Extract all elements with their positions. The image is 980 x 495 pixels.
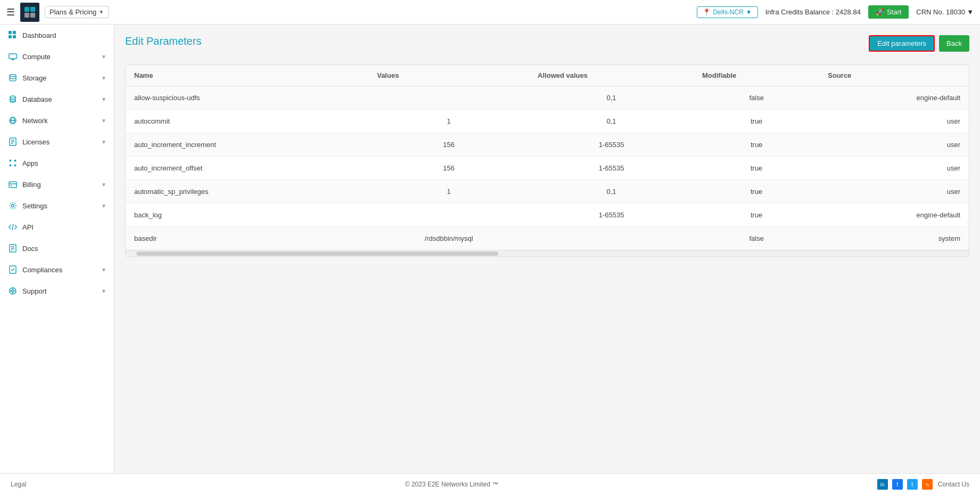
sidebar-label-network: Network [22, 117, 101, 125]
svg-rect-3 [30, 13, 35, 18]
cell-modifiable: false [694, 86, 819, 110]
rocket-icon: 🚀 [876, 8, 884, 16]
sidebar-item-storage[interactable]: Storage ▼ [0, 67, 114, 88]
cell-values: 156 [368, 157, 529, 180]
horizontal-scrollbar[interactable] [126, 250, 969, 256]
sidebar-label-billing: Billing [22, 181, 101, 189]
svg-point-21 [14, 160, 17, 162]
cell-values: 1 [368, 110, 529, 133]
docs-icon [7, 243, 18, 254]
cell-allowed-values: 0,1 [529, 86, 694, 110]
table-row: allow-suspicious-udfs 0,1 false engine-d… [126, 86, 969, 110]
table-row: basedir /rdsdbbin/mysql false system [126, 227, 969, 250]
network-icon [7, 115, 18, 126]
region-selector[interactable]: 📍 Delhi-NCR ▼ [697, 6, 757, 18]
start-button[interactable]: 🚀 Start [868, 5, 909, 19]
licenses-icon [7, 136, 18, 147]
col-source: Source [819, 65, 969, 86]
chevron-down-icon: ▼ [98, 9, 104, 15]
cell-name: auto_increment_increment [126, 133, 368, 157]
sidebar-item-database[interactable]: Database ▼ [0, 88, 114, 110]
settings-icon [7, 200, 18, 211]
cell-modifiable: true [694, 133, 819, 157]
cell-name: auto_increment_offset [126, 157, 368, 180]
cell-allowed-values: 0,1 [529, 110, 694, 133]
cell-name: automatic_sp_privileges [126, 180, 368, 204]
cell-source: user [819, 133, 969, 157]
region-chevron-icon: ▼ [746, 9, 752, 16]
billing-icon [7, 179, 18, 190]
copyright: © 2023 E2E Networks Limited ™ [405, 481, 499, 488]
chevron-support-icon: ▼ [101, 288, 106, 294]
back-button[interactable]: Back [939, 35, 969, 52]
main-content: Edit Parameters Edit parameters Back Nam… [114, 25, 980, 473]
sidebar-item-apps[interactable]: Apps [0, 152, 114, 174]
header-actions: Edit parameters Back [869, 35, 969, 52]
chevron-licenses-icon: ▼ [101, 139, 106, 145]
table-row: back_log 1-65535 true engine-default [126, 204, 969, 227]
infra-balance: Infra Credits Balance : 2428.84 [765, 8, 861, 16]
crn-chevron-icon: ▼ [967, 8, 974, 16]
sidebar-label-compute: Compute [22, 53, 101, 61]
contact-us-link[interactable]: Contact Us [938, 481, 969, 488]
svg-rect-6 [9, 35, 12, 38]
svg-rect-7 [13, 35, 16, 38]
cell-source: user [819, 157, 969, 180]
facebook-icon[interactable]: f [892, 479, 903, 490]
cell-source: system [819, 227, 969, 250]
table-row: automatic_sp_privileges 1 0,1 true user [126, 180, 969, 204]
col-allowed-values: Allowed values [529, 65, 694, 86]
linkedin-icon[interactable]: in [877, 479, 888, 490]
cell-values [368, 204, 529, 227]
sidebar-item-licenses[interactable]: Licenses ▼ [0, 131, 114, 152]
twitter-icon[interactable]: t [907, 479, 918, 490]
sidebar-label-docs: Docs [22, 245, 106, 253]
sidebar-label-apps: Apps [22, 159, 106, 167]
cell-allowed-values: 1-65535 [529, 157, 694, 180]
col-modifiable: Modifiable [694, 65, 819, 86]
sidebar-item-compute[interactable]: Compute ▼ [0, 46, 114, 67]
legal-link[interactable]: Legal [11, 481, 26, 488]
sidebar-item-support[interactable]: Support ▼ [0, 280, 114, 302]
sidebar-label-database: Database [22, 95, 101, 103]
sidebar: Dashboard Compute ▼ Storage ▼ Database ▼ [0, 25, 114, 473]
cell-allowed-values: 1-65535 [529, 133, 694, 157]
table-row: auto_increment_increment 156 1-65535 tru… [126, 133, 969, 157]
plans-pricing-label: Plans & Pricing [50, 8, 96, 16]
edit-parameters-button[interactable]: Edit parameters [869, 35, 935, 52]
sidebar-label-settings: Settings [22, 202, 101, 210]
rss-icon[interactable]: ∿ [922, 479, 933, 490]
scrollbar-thumb[interactable] [136, 251, 498, 256]
cell-modifiable: true [694, 157, 819, 180]
svg-rect-2 [24, 13, 29, 18]
cell-modifiable: true [694, 110, 819, 133]
footer-right: in f t ∿ Contact Us [877, 479, 969, 490]
crn-label: CRN No. 18030 [916, 8, 965, 16]
sidebar-item-docs[interactable]: Docs [0, 238, 114, 259]
parameters-table: Name Values Allowed values Modifiable So… [126, 65, 969, 250]
svg-point-12 [10, 96, 15, 98]
sidebar-item-billing[interactable]: Billing ▼ [0, 174, 114, 195]
svg-point-11 [10, 75, 16, 77]
cell-allowed-values: 0,1 [529, 180, 694, 204]
hamburger-icon[interactable]: ☰ [6, 6, 15, 18]
sidebar-item-network[interactable]: Network ▼ [0, 110, 114, 131]
crn-selector[interactable]: CRN No. 18030 ▼ [916, 8, 974, 16]
chevron-compute-icon: ▼ [101, 54, 106, 60]
footer: Legal © 2023 E2E Networks Limited ™ in f… [0, 473, 980, 495]
chevron-settings-icon: ▼ [101, 203, 106, 209]
cell-values [368, 86, 529, 110]
compliances-icon [7, 264, 18, 275]
sidebar-item-compliances[interactable]: Compliances ▼ [0, 259, 114, 280]
sidebar-item-api[interactable]: API [0, 216, 114, 238]
sidebar-item-settings[interactable]: Settings ▼ [0, 195, 114, 216]
table-row: auto_increment_offset 156 1-65535 true u… [126, 157, 969, 180]
table-row: autocommit 1 0,1 true user [126, 110, 969, 133]
chevron-storage-icon: ▼ [101, 75, 106, 81]
cell-name: autocommit [126, 110, 368, 133]
svg-point-22 [10, 165, 12, 167]
plans-pricing-breadcrumb[interactable]: Plans & Pricing ▼ [45, 6, 109, 18]
svg-rect-24 [9, 182, 17, 188]
compute-icon [7, 51, 18, 62]
sidebar-item-dashboard[interactable]: Dashboard [0, 25, 114, 46]
